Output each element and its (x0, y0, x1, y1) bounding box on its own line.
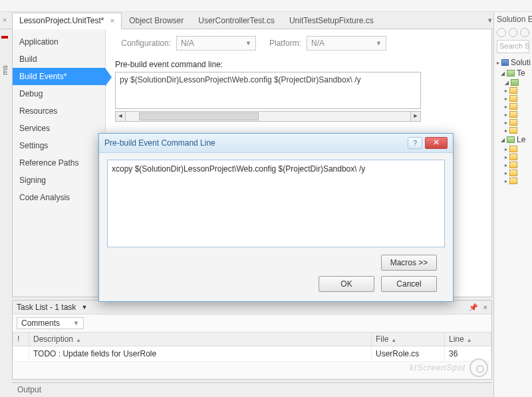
sidenav-code-analysis[interactable]: Code Analysis (13, 189, 105, 206)
browser-top-strip (0, 0, 532, 12)
scroll-right-icon[interactable]: ► (410, 111, 421, 122)
tab-lessonproject-unittest[interactable]: LessonProject.UnitTest* × (12, 13, 122, 29)
expand-icon[interactable]: ▸ (505, 162, 507, 168)
sidenav-services[interactable]: Services (13, 120, 105, 137)
help-icon[interactable]: ? (408, 137, 422, 149)
tree-node[interactable]: ◢Le (495, 134, 531, 145)
ok-button[interactable]: OK (319, 276, 374, 292)
left-gutter: ms (0, 29, 9, 297)
fold-icon (509, 111, 517, 118)
task-row[interactable]: TODO : Update fields for UserRole UserRo… (13, 346, 491, 362)
pin-icon[interactable]: 📌 (469, 303, 478, 312)
tree-node[interactable]: ▸ (495, 145, 531, 153)
tree-node[interactable]: ▸ (495, 177, 531, 185)
solution-explorer-panel: Solution Ex Search Solu ▸Soluti◢Te◢▸▸▸▸▸… (493, 12, 532, 397)
expand-icon[interactable]: ▸ (497, 60, 499, 66)
expand-icon[interactable]: ▸ (505, 88, 507, 94)
chevron-down-icon[interactable]: ▼ (81, 304, 87, 311)
solution-explorer-toolbar (494, 27, 532, 39)
col-line[interactable]: Line▲ (445, 332, 491, 346)
scroll-thumb[interactable] (139, 112, 259, 120)
dialog-button-row-2: OK Cancel (107, 271, 445, 292)
expand-icon[interactable]: ▸ (505, 96, 507, 102)
tab-unittestsetupfixture[interactable]: UnitTestSetupFixture.cs (282, 13, 381, 29)
tree-node[interactable]: ▸ (495, 110, 531, 118)
chevron-down-icon: ▼ (73, 320, 79, 327)
fold-icon (509, 127, 517, 134)
scroll-track[interactable] (126, 111, 410, 122)
tree-node[interactable]: ▸ (495, 86, 531, 94)
output-panel-header[interactable]: Output (12, 382, 492, 397)
expand-icon[interactable]: ▸ (505, 112, 507, 118)
prebuild-hscrollbar[interactable]: ◄ ► (115, 111, 421, 122)
close-icon[interactable]: ✕ (425, 137, 448, 149)
task-file-cell: UserRole.cs (372, 346, 445, 362)
fold-icon (509, 170, 517, 176)
tree-node[interactable]: ▸ (495, 153, 531, 161)
expand-icon[interactable]: ▸ (505, 128, 507, 134)
dialog-button-row: Macros >> (107, 249, 445, 271)
tree-node[interactable]: ▸ (495, 126, 531, 134)
tree-node[interactable]: ▸ (495, 161, 531, 169)
tab-object-browser[interactable]: Object Browser (122, 13, 191, 29)
tabs-overflow-icon[interactable]: ▾ (488, 16, 492, 25)
expand-icon[interactable]: ▸ (505, 154, 507, 160)
expand-icon[interactable]: ◢ (501, 70, 505, 76)
cs-icon (511, 79, 519, 86)
tree-node[interactable]: ▸ (495, 169, 531, 177)
task-list-filter-dropdown[interactable]: Comments ▼ (17, 317, 84, 329)
toolbar-nav-back-icon[interactable] (497, 28, 506, 37)
close-icon[interactable]: × (110, 17, 114, 25)
col-file[interactable]: File▲ (372, 332, 445, 346)
dialog-command-textarea[interactable] (107, 160, 445, 247)
fold-icon (509, 119, 517, 126)
scroll-left-icon[interactable]: ◄ (115, 111, 126, 122)
cancel-button[interactable]: Cancel (381, 276, 437, 292)
toolbar-nav-fwd-icon[interactable] (509, 28, 518, 37)
fold-icon (509, 162, 517, 168)
close-left-icon[interactable]: × (3, 16, 7, 24)
expand-icon[interactable]: ▸ (505, 120, 507, 126)
solution-explorer-search[interactable]: Search Solu (497, 40, 529, 53)
tree-node[interactable]: ◢Te (495, 68, 531, 78)
expand-icon[interactable]: ◢ (505, 80, 509, 86)
tree-node[interactable]: ▸ (495, 94, 531, 102)
properties-sidenav: Application Build Build Events* Debug Re… (13, 29, 106, 297)
expand-icon[interactable]: ▸ (505, 146, 507, 152)
col-priority[interactable]: ! (13, 332, 29, 346)
sidenav-signing[interactable]: Signing (13, 172, 105, 189)
tree-node[interactable]: ▸ (495, 102, 531, 110)
close-icon[interactable]: × (483, 303, 487, 311)
expand-icon[interactable]: ▸ (505, 178, 507, 184)
toolbar-home-icon[interactable] (520, 28, 529, 37)
col-description[interactable]: Description▲ (29, 332, 372, 346)
task-list-titlebar: Task List - 1 task ▼ 📌 × (13, 301, 491, 315)
tab-label: Object Browser (129, 16, 184, 25)
sidenav-debug[interactable]: Debug (13, 85, 105, 102)
platform-dropdown[interactable]: N/A ▼ (307, 36, 386, 51)
tree-node[interactable]: ▸ (495, 118, 531, 126)
prebuild-command-textarea[interactable] (115, 72, 421, 109)
expand-icon[interactable]: ◢ (501, 137, 505, 143)
sidenav-settings[interactable]: Settings (13, 137, 105, 154)
expand-icon[interactable]: ▸ (505, 170, 507, 176)
configuration-dropdown[interactable]: N/A ▼ (176, 36, 256, 51)
sidenav-application[interactable]: Application (13, 33, 105, 51)
sidenav-build[interactable]: Build (13, 51, 105, 68)
tree-node[interactable]: ▸Soluti (495, 57, 531, 68)
sidenav-build-events[interactable]: Build Events* (13, 68, 105, 85)
tree-node[interactable]: ◢ (495, 78, 531, 86)
platform-value: N/A (311, 39, 325, 48)
task-priority-cell (13, 346, 29, 362)
solution-tree: ▸Soluti◢Te◢▸▸▸▸▸▸◢Le▸▸▸▸▸ (494, 55, 532, 188)
sidenav-resources[interactable]: Resources (13, 102, 105, 120)
chevron-down-icon: ▼ (376, 40, 382, 47)
tab-label: UnitTestSetupFixture.cs (289, 16, 374, 25)
task-list-title: Task List - 1 task (17, 303, 76, 312)
tree-node-label: Te (517, 68, 525, 78)
dialog-titlebar[interactable]: Pre-build Event Command Line ? ✕ (99, 134, 453, 153)
tab-usercontrollertest[interactable]: UserControllerTest.cs (191, 13, 282, 29)
macros-button[interactable]: Macros >> (381, 255, 437, 271)
sidenav-reference-paths[interactable]: Reference Paths (13, 154, 105, 172)
expand-icon[interactable]: ▸ (505, 104, 507, 110)
